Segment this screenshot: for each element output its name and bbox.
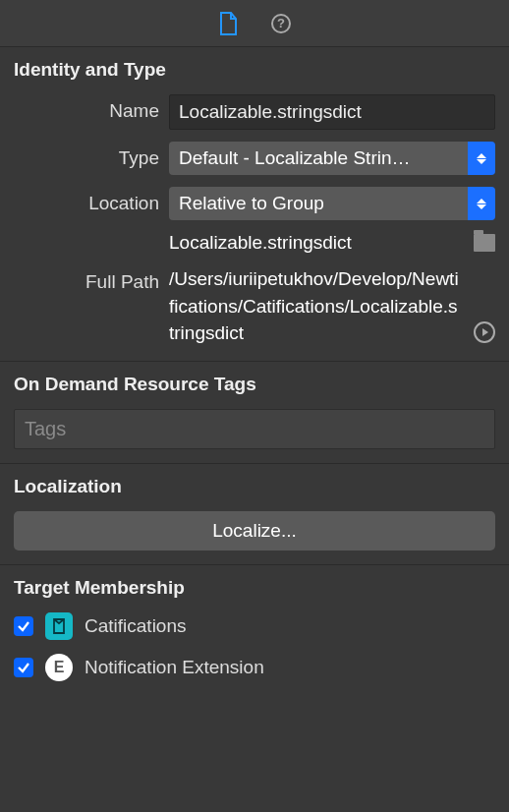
svg-text:?: ? [277, 16, 285, 30]
full-path-label: Full Path [14, 265, 159, 293]
inspector-tab-bar: ? [0, 0, 509, 47]
localize-button[interactable]: Localize... [14, 511, 495, 551]
localization-section: Localization Localize... [0, 464, 509, 565]
type-select-value: Default - Localizable Strin… [169, 142, 468, 175]
arrow-right-icon [482, 328, 488, 336]
section-title: Target Membership [14, 577, 495, 599]
app-icon [45, 612, 73, 640]
stepper-icon [468, 142, 495, 175]
full-path-value: /Users/iuriipetukhov/Develop/Newtificati… [169, 265, 464, 347]
location-select[interactable]: Relative to Group [169, 187, 495, 220]
section-title: Identity and Type [14, 59, 495, 81]
section-title: Localization [14, 476, 495, 497]
target-row: E Notification Extension [14, 654, 495, 681]
name-label: Name [14, 94, 159, 122]
name-row: Name [14, 94, 495, 130]
type-row: Type Default - Localizable Strin… [14, 142, 495, 175]
location-select-value: Relative to Group [169, 187, 468, 220]
target-membership-section: Target Membership Catifications E Notifi… [0, 565, 509, 709]
name-input[interactable] [169, 94, 495, 130]
stepper-icon [468, 187, 495, 220]
resource-tags-section: On Demand Resource Tags [0, 362, 509, 464]
target-row: Catifications [14, 612, 495, 640]
section-title: On Demand Resource Tags [14, 374, 495, 395]
help-icon: ? [270, 13, 292, 34]
type-select[interactable]: Default - Localizable Strin… [169, 142, 495, 175]
target-label: Notification Extension [85, 657, 264, 678]
location-row: Location Relative to Group [14, 187, 495, 220]
folder-icon[interactable] [474, 234, 495, 252]
target-checkbox[interactable] [14, 658, 33, 677]
identity-and-type-section: Identity and Type Name Type Default - Lo… [0, 47, 509, 362]
check-icon [17, 619, 30, 633]
file-inspector-tab[interactable] [216, 12, 240, 35]
tags-input[interactable] [14, 409, 495, 449]
extension-icon: E [45, 654, 73, 681]
full-path-row: Full Path /Users/iuriipetukhov/Develop/N… [14, 265, 495, 347]
type-label: Type [14, 142, 159, 169]
help-inspector-tab[interactable]: ? [269, 12, 293, 35]
check-icon [17, 661, 30, 674]
target-label: Catifications [85, 615, 187, 637]
reveal-in-finder-button[interactable] [474, 321, 495, 343]
location-file-name: Localizable.stringsdict [169, 232, 352, 254]
target-checkbox[interactable] [14, 616, 33, 636]
document-icon [218, 12, 238, 35]
location-label: Location [14, 187, 159, 214]
location-file-row: Localizable.stringsdict [14, 232, 495, 254]
